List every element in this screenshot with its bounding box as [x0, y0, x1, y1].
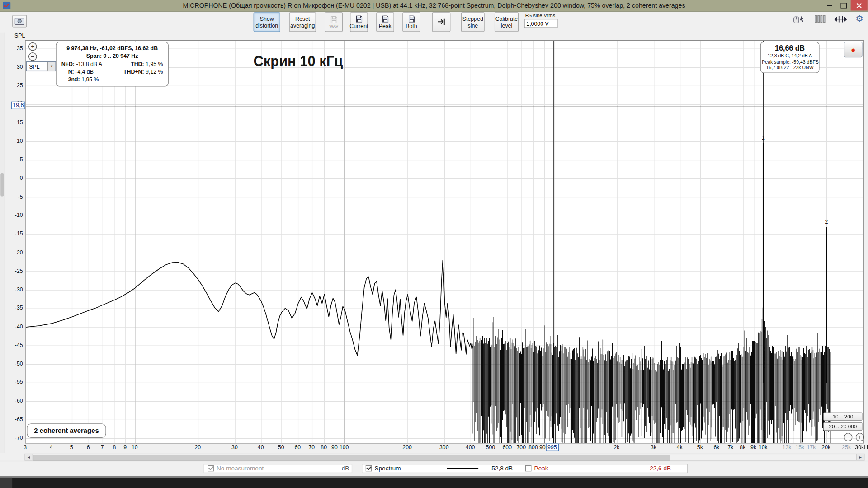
x-axis-label: 3k — [651, 444, 656, 450]
y-axis-label: -65 — [15, 416, 23, 422]
x-axis-label: 8k — [740, 444, 745, 450]
chart-title: Скрин 10 кГц — [254, 53, 343, 69]
pan-zoom-icon[interactable] — [832, 15, 849, 23]
save-icon — [381, 15, 390, 22]
y-axis-label: -30 — [15, 286, 23, 292]
calibrate-level-button[interactable]: Calibrate level — [495, 12, 519, 32]
no-measurement-checkbox[interactable] — [208, 465, 214, 472]
spectrum-curve — [26, 260, 473, 355]
save-current-button[interactable]: Current — [350, 12, 368, 32]
zoom-out-button[interactable]: − — [28, 52, 37, 61]
cursor-mode-icon[interactable] — [793, 15, 807, 23]
x-axis-label: 13k — [783, 444, 792, 450]
peak-label: Peak — [534, 465, 548, 472]
horizontal-scrollbar[interactable]: ◄ ► — [24, 454, 864, 461]
thd-value: 1,95 % — [146, 61, 163, 67]
horizontal-scrollbar-thumb[interactable] — [33, 455, 670, 461]
spectrum-label: Spectrum — [374, 465, 401, 472]
x-axis-label: 7k — [727, 444, 733, 450]
capture-button[interactable] — [12, 15, 27, 27]
y-axis-label: -35 — [15, 305, 23, 311]
y-axis-label: -45 — [15, 342, 23, 348]
y-axis-label: 25 — [17, 82, 23, 89]
y-axis-label: -70 — [15, 435, 23, 441]
x-axis-label: 25k — [842, 444, 851, 450]
x-axis-label: 600 — [502, 444, 512, 450]
x-axis-label: 5k — [697, 444, 703, 450]
level-main-value: 16,66 dB — [762, 44, 817, 53]
spectrum-plot-svg[interactable]: 12 — [26, 41, 863, 443]
maximize-icon — [840, 3, 847, 8]
x-axis-label: 20 — [194, 444, 201, 450]
window-title: MICROPHONE (Общая громкость) R on Микроф… — [0, 2, 868, 9]
plot-area[interactable]: 12 Скрин 10 кГц 9 974,38 Hz, -61,02 dBFS… — [25, 40, 864, 444]
vertical-scrollbar-thumb[interactable] — [0, 173, 4, 197]
peak-marker-label: 1 — [762, 135, 765, 141]
close-button[interactable] — [851, 0, 868, 10]
y-scale-select[interactable]: SPL ▼ — [26, 61, 56, 71]
x-axis-label: 50 — [278, 444, 284, 450]
y-cursor-readout: 19,6 — [11, 102, 25, 109]
scroll-left-icon[interactable]: ◄ — [25, 454, 33, 460]
thd-label: THD: — [131, 61, 144, 67]
scroll-right-icon[interactable]: ► — [856, 454, 864, 460]
level-unweighted-value: 16,7 dB 22 - 22k UNW — [762, 65, 817, 70]
save-both-button[interactable]: Both — [402, 12, 420, 32]
grid-columns-icon[interactable] — [814, 15, 826, 23]
y-axis-label: -40 — [15, 324, 23, 330]
x-axis-label: 400 — [466, 444, 475, 450]
x-axis-label: 10 — [132, 444, 138, 450]
taskbar-stub — [0, 478, 12, 488]
peak-checkbox[interactable] — [525, 465, 532, 472]
title-bar[interactable]: MICROPHONE (Общая громкость) R on Микроф… — [0, 0, 868, 12]
status-panel-right: Spectrum -52,8 dB Peak 22,6 dB — [362, 464, 688, 473]
signal-route-button[interactable] — [432, 12, 451, 32]
y-axis-title: SPL — [14, 33, 25, 39]
vertical-scrollbar[interactable] — [0, 33, 5, 453]
range-10-200-button[interactable]: 10 .. 200 — [823, 412, 862, 421]
range-20-20000-button[interactable]: 20 .. 20 000 — [823, 422, 862, 431]
spectrum-checkbox[interactable] — [366, 465, 372, 472]
save-icon — [407, 15, 416, 22]
x-zoom-out-button[interactable]: − — [844, 433, 853, 441]
y-axis-label: -20 — [15, 249, 23, 255]
app-icon — [3, 2, 10, 9]
save-wav-button: WAV — [325, 12, 343, 32]
reset-averaging-button[interactable]: Reset averaging — [289, 12, 316, 32]
fs-sine-input[interactable] — [524, 19, 557, 28]
y-axis-label: -5 — [18, 193, 23, 200]
x-axis-label: 9 — [123, 444, 127, 450]
x-axis-label: 17k — [807, 444, 816, 450]
route-arrow-icon — [436, 17, 446, 26]
y-axis-label: -50 — [15, 361, 23, 367]
chevron-down-icon[interactable]: ▼ — [47, 62, 55, 71]
x-axis-label: 3 — [24, 444, 27, 450]
toolbar-right-icons: ⚙ — [793, 14, 863, 23]
status-bar: No measurement dB Spectrum -52,8 dB Peak… — [0, 461, 868, 476]
y-axis-label: -10 — [15, 212, 23, 218]
record-button[interactable]: ● — [844, 42, 863, 58]
fs-sine-label: FS sine Vrms — [525, 13, 555, 18]
y-axis-label: 20 — [17, 101, 23, 107]
measurement-readout: 9 974,38 Hz, -61,02 dBFS, 16,62 dB Span:… — [56, 42, 168, 87]
maximize-button[interactable] — [837, 0, 851, 10]
y-axis-label: -15 — [15, 230, 23, 237]
y-axis-label: -55 — [15, 379, 23, 385]
x-axis-label: 800 — [528, 444, 538, 450]
stepped-sine-button[interactable]: Stepped sine — [461, 12, 485, 32]
wav-file-icon — [330, 15, 338, 23]
x-axis-label: 300 — [439, 444, 449, 450]
capture-icon — [14, 17, 24, 25]
save-peak-button[interactable]: Peak — [376, 12, 394, 32]
y-axis-label: 30 — [17, 64, 23, 70]
y-axis-label: 15 — [17, 119, 23, 126]
toolbar: Show distortion Reset averaging WAV Curr… — [0, 12, 868, 33]
x-zoom-in-button[interactable]: + — [856, 433, 864, 441]
x-axis-label: 100 — [340, 444, 349, 450]
zoom-in-button[interactable]: + — [28, 42, 37, 51]
settings-gear-icon[interactable]: ⚙ — [855, 14, 863, 23]
x-axis-label: 90 — [331, 444, 338, 450]
show-distortion-button[interactable]: Show distortion — [254, 12, 280, 32]
minimize-button[interactable] — [823, 0, 837, 10]
peak-value: 22,6 dB — [650, 465, 671, 472]
